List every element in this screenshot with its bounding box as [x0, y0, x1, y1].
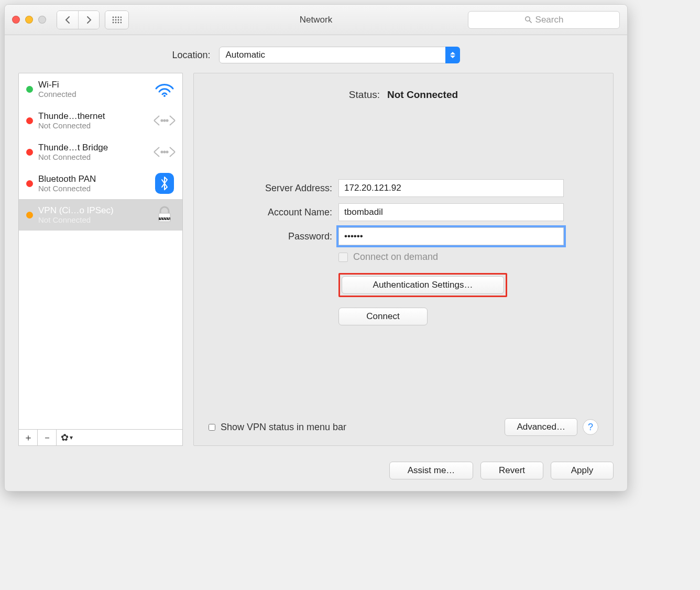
- detail-panel: Status: Not Connected Server Address: Ac…: [193, 73, 614, 446]
- advanced-button[interactable]: Advanced…: [505, 418, 577, 436]
- service-status: Connected: [38, 90, 148, 99]
- service-status: Not Connected: [38, 152, 148, 161]
- location-label: Location:: [172, 50, 210, 61]
- svg-point-8: [113, 21, 114, 23]
- sidebar-item-bluetooth-pan[interactable]: Bluetooth PAN Not Connected: [19, 168, 182, 199]
- svg-line-13: [529, 21, 531, 23]
- bluetooth-icon: [153, 173, 176, 194]
- show-all-button[interactable]: [105, 10, 129, 29]
- status-label: Status:: [349, 89, 380, 101]
- status-row: Status: Not Connected: [209, 89, 598, 101]
- password-input[interactable]: [338, 227, 564, 245]
- titlebar: Network Search: [5, 5, 627, 35]
- network-preferences-window: Network Search Location: Automatic Wi-Fi…: [4, 4, 628, 491]
- svg-point-7: [121, 19, 122, 20]
- location-select[interactable]: Automatic: [219, 47, 460, 63]
- show-vpn-status-checkbox[interactable]: [209, 424, 215, 431]
- account-name-input[interactable]: [338, 203, 564, 221]
- sidebar-item-vpn[interactable]: VPN (Ci…o IPSec) Not Connected: [19, 199, 182, 231]
- service-status: Not Connected: [38, 215, 148, 224]
- service-status: Not Connected: [38, 121, 148, 130]
- location-row: Location: Automatic: [5, 35, 627, 71]
- status-value: Not Connected: [387, 89, 458, 101]
- svg-point-10: [118, 21, 119, 23]
- svg-point-5: [115, 19, 117, 20]
- server-address-input[interactable]: [338, 179, 564, 197]
- service-status: Not Connected: [38, 184, 148, 193]
- sidebar-item-thunderbolt-bridge[interactable]: Thunde…t Bridge Not Connected: [19, 136, 182, 168]
- revert-button[interactable]: Revert: [480, 462, 543, 479]
- vpn-form: Server Address: Account Name: Password: …: [209, 179, 598, 325]
- svg-point-20: [166, 151, 168, 152]
- nav-buttons: [57, 10, 100, 29]
- location-value: Automatic: [226, 50, 266, 60]
- svg-point-14: [163, 95, 166, 97]
- svg-point-15: [161, 119, 162, 121]
- svg-point-1: [115, 16, 117, 18]
- close-window-button[interactable]: [12, 16, 20, 24]
- wifi-icon: [153, 79, 176, 100]
- sidebar-toolbar: ＋ － ✿▾: [18, 429, 183, 446]
- connect-button[interactable]: Connect: [338, 308, 428, 325]
- apply-button[interactable]: Apply: [551, 462, 614, 479]
- svg-point-17: [166, 119, 168, 121]
- sidebar-item-wifi[interactable]: Wi-Fi Connected: [19, 73, 182, 105]
- detail-bottom-row: Show VPN status in menu bar Advanced… ?: [209, 418, 598, 436]
- service-actions-button[interactable]: ✿▾: [57, 430, 182, 445]
- forward-button[interactable]: [78, 11, 99, 29]
- dropdown-caret-icon: [445, 47, 460, 63]
- status-dot-icon: [26, 212, 33, 218]
- chevron-right-icon: [86, 16, 92, 24]
- svg-point-9: [115, 21, 117, 23]
- window-controls: [12, 16, 46, 24]
- svg-point-4: [113, 19, 114, 20]
- help-button[interactable]: ?: [583, 419, 598, 435]
- services-list[interactable]: Wi-Fi Connected Thunde…thernet Not Conne…: [18, 73, 183, 429]
- svg-point-19: [163, 151, 165, 152]
- service-name: VPN (Ci…o IPSec): [38, 205, 148, 216]
- back-button[interactable]: [57, 11, 78, 29]
- svg-point-2: [118, 16, 119, 18]
- svg-point-16: [163, 119, 165, 121]
- account-name-label: Account Name:: [209, 207, 332, 218]
- status-dot-icon: [26, 117, 33, 124]
- chevron-down-icon: ▾: [70, 434, 73, 441]
- remove-service-button[interactable]: －: [38, 430, 57, 445]
- assist-me-button[interactable]: Assist me…: [389, 462, 473, 479]
- minimize-window-button[interactable]: [25, 16, 33, 24]
- connect-on-demand-checkbox: [338, 253, 348, 262]
- zoom-window-button: [38, 16, 46, 24]
- search-icon: [524, 16, 532, 24]
- show-vpn-status-label: Show VPN status in menu bar: [221, 422, 346, 433]
- sidebar-item-thunderbolt-ethernet[interactable]: Thunde…thernet Not Connected: [19, 105, 182, 136]
- ethernet-icon: [153, 141, 176, 162]
- status-dot-icon: [26, 86, 33, 93]
- gear-icon: ✿: [61, 432, 69, 443]
- grid-icon: [112, 16, 122, 24]
- status-dot-icon: [26, 149, 33, 156]
- svg-point-3: [121, 16, 122, 18]
- search-placeholder: Search: [535, 15, 564, 25]
- connect-on-demand-label: Connect on demand: [353, 252, 438, 263]
- footer: Assist me… Revert Apply: [5, 453, 627, 491]
- chevron-left-icon: [64, 16, 71, 24]
- service-name: Bluetooth PAN: [38, 174, 148, 184]
- body: Wi-Fi Connected Thunde…thernet Not Conne…: [5, 71, 627, 453]
- status-dot-icon: [26, 180, 33, 187]
- service-name: Wi-Fi: [38, 80, 148, 90]
- svg-point-18: [161, 151, 162, 152]
- ethernet-icon: [153, 110, 176, 131]
- svg-point-6: [118, 19, 119, 20]
- service-name: Thunde…t Bridge: [38, 143, 148, 153]
- add-service-button[interactable]: ＋: [19, 430, 38, 445]
- service-name: Thunde…thernet: [38, 111, 148, 122]
- svg-point-11: [121, 21, 122, 23]
- authentication-settings-button[interactable]: Authentication Settings…: [342, 276, 504, 294]
- server-address-label: Server Address:: [209, 183, 332, 194]
- search-field[interactable]: Search: [468, 11, 620, 29]
- vpn-lock-icon: [153, 204, 176, 225]
- services-sidebar: Wi-Fi Connected Thunde…thernet Not Conne…: [18, 73, 183, 446]
- password-label: Password:: [209, 231, 332, 242]
- highlight-annotation: Authentication Settings…: [338, 273, 507, 297]
- svg-point-0: [113, 16, 114, 18]
